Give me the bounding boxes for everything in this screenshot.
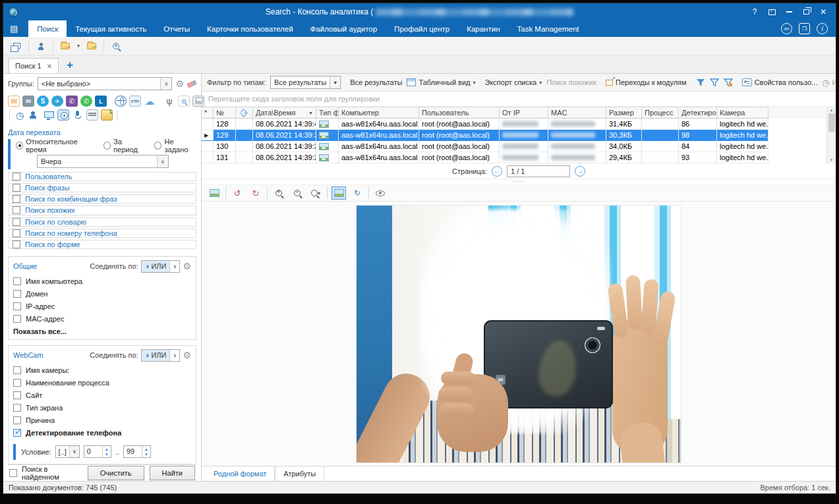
condition-operator-select[interactable]: [..] ∨ — [55, 445, 80, 458]
checkbox[interactable] — [13, 218, 20, 226]
minimize-button[interactable] — [782, 6, 796, 18]
radio-not-set[interactable]: Не задано — [154, 138, 196, 154]
search-in-found-checkbox[interactable]: Поиск в найденном — [9, 465, 82, 481]
user-search-button[interactable] — [33, 39, 49, 53]
filter-form[interactable]: Поиск по форме — [8, 240, 196, 249]
restore-button[interactable] — [799, 6, 813, 18]
keyboard-icon[interactable] — [86, 109, 98, 121]
menu-item-current-activity[interactable]: Текущая активность — [67, 20, 155, 37]
fit-to-window-button[interactable] — [332, 186, 346, 200]
splitter-handle[interactable]: ····· — [202, 179, 836, 185]
clock-icon[interactable]: ◷ — [14, 109, 26, 121]
pin-window-button[interactable] — [765, 6, 779, 18]
user-properties-button[interactable]: Свойства пользо... — [742, 78, 818, 86]
condition-from-spinner[interactable]: 0 ▲▼ — [84, 445, 111, 458]
webcam-icon[interactable] — [57, 109, 69, 121]
tab-close-icon[interactable]: ✕ — [47, 63, 52, 70]
tab-search-1[interactable]: Поиск 1 ✕ — [9, 58, 59, 73]
skype-icon[interactable]: S — [37, 96, 49, 107]
http-icon[interactable] — [115, 96, 127, 107]
close-button[interactable]: ✕ — [816, 6, 830, 18]
groups-select[interactable]: <Не выбрано> ∨ — [38, 77, 173, 90]
menu-item-task-management[interactable]: Task Management — [509, 20, 588, 37]
webcam-process-name[interactable]: Наименование процесса — [13, 377, 191, 389]
webcam-reason[interactable]: Причина — [13, 414, 191, 427]
scroll-down-icon[interactable]: ▼ — [830, 158, 834, 162]
menu-item-user-cards[interactable]: Карточки пользователей — [198, 20, 302, 37]
new-tab-button[interactable]: + — [59, 59, 81, 73]
checkbox[interactable] — [13, 315, 21, 323]
zoom-out-button[interactable]: − — [290, 186, 304, 200]
checkbox[interactable] — [13, 195, 20, 203]
table-view-button[interactable]: Табличный вид ▾ — [407, 78, 475, 86]
checkbox[interactable] — [13, 404, 21, 412]
table-row[interactable]: 130 08.06.2021 14:39:36 aas-w81x64ru.aas… — [202, 141, 836, 152]
prev-page-button[interactable]: ← — [492, 166, 502, 177]
menu-item-profile-center[interactable]: Профайл центр — [386, 20, 458, 37]
period-select[interactable]: Вчера ∨ — [37, 155, 169, 168]
filter-phrase-combo[interactable]: Поиск по комбинации фраз — [8, 194, 196, 204]
folder-import-small-icon[interactable] — [101, 109, 113, 121]
webcam-join-select[interactable]: ◑ИЛИ ∨ — [141, 349, 181, 362]
ftp-icon[interactable]: FTP — [129, 96, 141, 107]
user-activity-icon[interactable] — [28, 109, 40, 121]
goto-modules-button[interactable]: Переходы к модулям — [606, 78, 687, 86]
scrollbar-thumb[interactable] — [828, 113, 835, 132]
checkbox[interactable] — [13, 173, 20, 181]
im-icon[interactable]: IM — [22, 96, 34, 107]
filter-user[interactable]: Пользователь — [8, 172, 196, 181]
checkbox[interactable] — [13, 302, 21, 310]
cloud-icon[interactable]: ☁ — [144, 96, 156, 107]
col-num[interactable]: № — [214, 107, 236, 119]
telegram-icon[interactable]: ✈ — [51, 96, 63, 107]
clear-button[interactable]: Очистить — [88, 466, 144, 480]
filter-dictionary[interactable]: Поиск по словарю — [8, 217, 196, 227]
col-ip[interactable]: От IP — [500, 107, 548, 119]
eraser-icon[interactable] — [187, 80, 197, 88]
common-join-select[interactable]: ◑ИЛИ ∨ — [141, 260, 181, 273]
col-size[interactable]: Размер — [606, 107, 642, 119]
monitor-icon[interactable] — [43, 109, 55, 121]
checkbox[interactable] — [13, 290, 21, 298]
search-similar-button[interactable]: Поиск похожих — [546, 78, 596, 86]
search-by-id-button[interactable] — [108, 39, 124, 53]
import-query-button[interactable]: ← — [84, 39, 100, 53]
tab-native-format[interactable]: Родной формат — [206, 466, 275, 481]
col-user[interactable]: Пользователь — [419, 107, 500, 119]
zoom-level-button[interactable]: ▾ — [308, 186, 323, 200]
export-dropdown-caret[interactable]: ▾ — [77, 43, 80, 49]
common-computer-name[interactable]: Имя компьютера — [13, 275, 191, 288]
menu-item-file-auditor[interactable]: Файловый аудитор — [302, 20, 386, 37]
view-button[interactable] — [373, 186, 388, 200]
export-list-button[interactable]: Экспорт списка ▾ — [485, 78, 542, 86]
history-button[interactable]: ◷ История переписки — [822, 78, 836, 88]
radio-period[interactable]: За период — [103, 138, 145, 154]
table-row[interactable]: 128 08.06.2021 14:39:41 aas-w81x64ru.aas… — [202, 119, 836, 130]
common-ip[interactable]: IP-адрес — [13, 300, 191, 313]
help-button[interactable]: ? — [747, 6, 762, 18]
checkbox[interactable] — [13, 391, 21, 399]
checkbox-checked[interactable] — [13, 429, 21, 437]
app-menu-button[interactable]: ▤ ▾ — [3, 20, 28, 37]
webcam-site[interactable]: Сайт — [13, 389, 191, 402]
grid-scrollbar[interactable]: ▲ ▼ — [826, 107, 836, 163]
webcam-screen-type[interactable]: Тип экрана — [13, 402, 191, 414]
spinner-arrows[interactable]: ▲▼ — [102, 446, 111, 457]
refresh-button[interactable]: ↻ — [350, 186, 364, 200]
next-page-button[interactable]: → — [575, 166, 585, 177]
show-all-link[interactable]: Показать все... — [13, 327, 191, 335]
condition-to-spinner[interactable]: 99 ▲▼ — [123, 445, 151, 458]
webcam-phone-detection[interactable]: Детектирование телефона — [13, 427, 191, 439]
checkbox[interactable] — [13, 229, 20, 237]
menu-item-quarantine[interactable]: Карантин — [458, 20, 508, 37]
checkbox[interactable] — [13, 416, 21, 424]
info-icon[interactable]: i — [817, 23, 828, 34]
filter-similar[interactable]: Поиск похожих — [8, 206, 196, 215]
tab-attributes[interactable]: Атрибуты — [275, 466, 324, 481]
zoom-in-button[interactable]: + — [272, 186, 286, 200]
checkbox[interactable] — [13, 277, 21, 285]
col-computer[interactable]: Компьютер — [339, 107, 419, 119]
whatsapp-icon[interactable]: ✆ — [80, 96, 92, 107]
filter-phrase[interactable]: Поиск фразы — [8, 183, 196, 192]
modules-cube-icon[interactable]: ❒ — [799, 23, 810, 34]
